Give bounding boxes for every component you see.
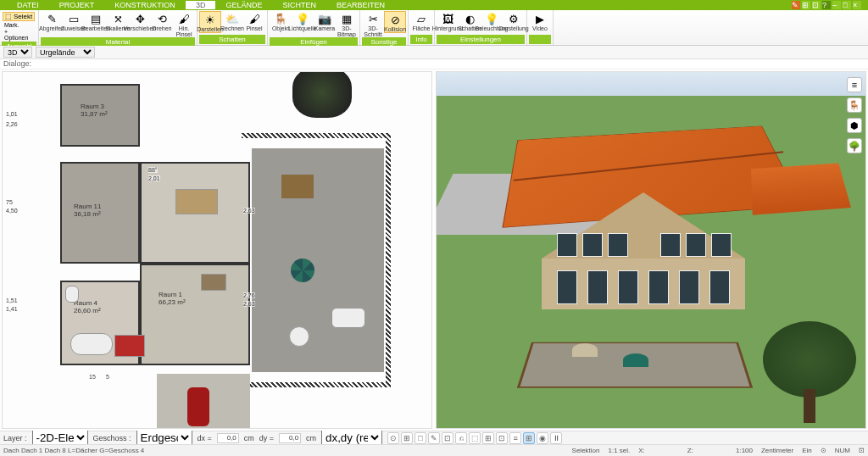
room-3[interactable]: Raum 331,87 m² (60, 84, 140, 147)
status-tool-7[interactable]: ⊞ (482, 432, 494, 444)
ribbon-group-schatten: ☀Darstellen⛅Rechnen🖌Pinsel Schatten (198, 10, 268, 45)
tool-hinpinsel[interactable]: 🖌Hin.Pinsel (173, 11, 195, 37)
toolbar-icon[interactable]: ⊞ (802, 1, 810, 9)
tool-dbitmap[interactable]: ▦3D-Bitmap (336, 11, 358, 37)
ribbon: ⬚Selekt Mark. + Optionen Auswahl ✎Abgrei… (0, 10, 868, 46)
room-1[interactable]: Raum 166,23 m² (140, 264, 250, 365)
menu-bar: DATEI PROJEKT KONSTRUKTION 3D GELÄNDE SI… (0, 0, 868, 10)
toolbar-icon[interactable]: ✎ (792, 1, 800, 9)
gable-wall (542, 218, 745, 320)
tool-verschieben[interactable]: ✥Verschieben (129, 11, 151, 31)
menu-tab-3d[interactable]: 3D (186, 1, 216, 9)
menu-tab-sichten[interactable]: SICHTEN (272, 1, 326, 9)
ribbon-group-video: ▶Video (527, 10, 554, 45)
status-bar-controls: Layer : -2D-Elemen Geschoss : Erdgeschos… (0, 431, 868, 444)
view-plants-icon[interactable]: 🌳 (847, 138, 862, 153)
floor-label: Geschoss : (93, 434, 131, 442)
tool-icon: ✥ (133, 12, 147, 25)
max-icon[interactable]: □ (843, 1, 851, 9)
hedge (386, 133, 391, 387)
dx-label: dx = (198, 434, 212, 442)
tool-kamera[interactable]: 📷Kamera (314, 11, 336, 31)
outdoor-sofa (331, 308, 365, 328)
tool-icon: 🖌 (248, 12, 261, 25)
status-tool-11[interactable]: ◉ (537, 432, 548, 444)
tool-icon: ✂ (366, 12, 380, 25)
tool-icon: ▱ (415, 12, 428, 25)
dx-input[interactable]: 0,0 (217, 433, 239, 443)
menu-tab-gelaende[interactable]: GELÄNDE (215, 1, 272, 9)
ein-label: Ein (802, 447, 812, 454)
tool-darstellen[interactable]: ☀Darstellen (199, 11, 221, 33)
tool-dschnitt[interactable]: ✂3D-Schnitt (362, 11, 384, 37)
status-tool-5[interactable]: ⎌ (455, 432, 467, 444)
numlock-label: NUM (835, 447, 850, 454)
status-tool-12[interactable]: ⏸ (550, 432, 562, 444)
status-tool-9[interactable]: ≡ (509, 432, 521, 444)
tool-darstellung[interactable]: ⚙Darstellung (503, 11, 525, 31)
status-tool-4[interactable]: ⊡ (442, 432, 453, 444)
3d-view[interactable]: ≡ 🪑 ⬢ 🌳 (436, 71, 866, 429)
terrain-select[interactable]: Urgelände (36, 47, 95, 58)
tool-icon: ⤧ (111, 12, 125, 25)
status-tool-3[interactable]: ✎ (428, 432, 440, 444)
view-solid-icon[interactable]: ⬢ (847, 118, 862, 133)
select-button[interactable]: ⬚Selekt (3, 12, 35, 21)
menu-tab-datei[interactable]: DATEI (7, 1, 49, 9)
floorplan-view[interactable]: Raum 331,87 m² Raum 1136,18 m² 88° 2,01 … (2, 71, 432, 429)
room-center[interactable]: 88° 2,01 45,47 (140, 162, 250, 264)
min-icon[interactable]: – (832, 1, 841, 9)
dy-input[interactable]: 0,0 (279, 433, 301, 443)
tool-hintergrund[interactable]: 🖼Hintergrund (437, 11, 459, 31)
tool-bearbeiten[interactable]: ▤Bearbeiten (85, 11, 107, 31)
status-tool-10[interactable]: ⊞ (523, 432, 535, 444)
menu-tab-konstruktion[interactable]: KONSTRUKTION (104, 1, 186, 9)
tool-icon: 🖼 (441, 12, 454, 25)
tool-drehen[interactable]: ⟲Drehen (151, 11, 173, 31)
close-icon[interactable]: × (853, 1, 861, 9)
patio-2d (252, 148, 384, 372)
tool-icon: ▭ (67, 12, 81, 25)
tool-lichtquelle[interactable]: 💡Lichtquelle (292, 11, 314, 31)
menu-tab-bearbeiten[interactable]: BEARBEITEN (326, 1, 395, 9)
toolbar-icon[interactable]: ⊡ (812, 1, 821, 9)
status-tool-6[interactable]: ⬚ (469, 432, 481, 444)
ribbon-group-sonstige: ✂3D-Schnitt⊘Kollision Sonstige (360, 10, 409, 45)
tree-3d (759, 321, 860, 423)
tool-icon: ▦ (340, 12, 353, 25)
status-bar-info: Dach Dach 1 Dach 8 L=Dächer G=Geschoss 4… (0, 444, 868, 456)
tool-abgreifen[interactable]: ✎Abgreifen (41, 11, 63, 31)
red-sofa (114, 335, 145, 357)
workarea: Raum 331,87 m² Raum 1136,18 m² 88° 2,01 … (0, 70, 868, 431)
status-tool-0[interactable]: ⊙ (387, 432, 399, 444)
tool-icon: ☀ (203, 13, 217, 26)
ribbon-group-auswahl: ⬚Selekt Mark. + Optionen Auswahl (0, 10, 39, 45)
help-icon[interactable]: ? (822, 1, 831, 9)
status-tool-1[interactable]: ⊞ (401, 432, 413, 444)
tool-flche[interactable]: ▱Fläche (410, 11, 432, 31)
status-tool-8[interactable]: ⊡ (496, 432, 508, 444)
menu-tab-projekt[interactable]: PROJEKT (49, 1, 105, 9)
selection-count: 1:1 sel. (608, 447, 630, 454)
tool-video[interactable]: ▶Video (529, 11, 551, 31)
tool-icon: 💡 (485, 12, 498, 25)
tool-rechnen[interactable]: ⛅Rechnen (221, 11, 243, 31)
selection-label: Selektion (572, 447, 600, 454)
unit-label: Zentimeter (761, 447, 793, 454)
tool-icon: ⛅ (225, 12, 239, 25)
ribbon-group-einfuegen: 🪑Objekt💡Lichtquelle📷Kamera▦3D-Bitmap Ein… (268, 10, 360, 45)
view-furniture-icon[interactable]: 🪑 (847, 97, 862, 113)
hedge (242, 382, 391, 387)
tool-icon: ▤ (89, 12, 103, 25)
view-layers-icon[interactable]: ≡ (847, 77, 862, 92)
mark-dropdown[interactable]: Mark. (4, 22, 19, 28)
tool-kollision[interactable]: ⊘Kollision (384, 11, 406, 33)
status-tool-2[interactable]: □ (415, 432, 426, 444)
room-11[interactable]: Raum 1136,18 m² (60, 162, 140, 264)
x-label: X: (638, 447, 645, 454)
tool-pinsel[interactable]: 🖌Pinsel (243, 11, 265, 31)
options-button[interactable]: Optionen (4, 35, 28, 41)
view-mode-select[interactable]: 3D (3, 47, 32, 58)
z-label: Z: (687, 447, 693, 454)
sofa (201, 274, 226, 291)
